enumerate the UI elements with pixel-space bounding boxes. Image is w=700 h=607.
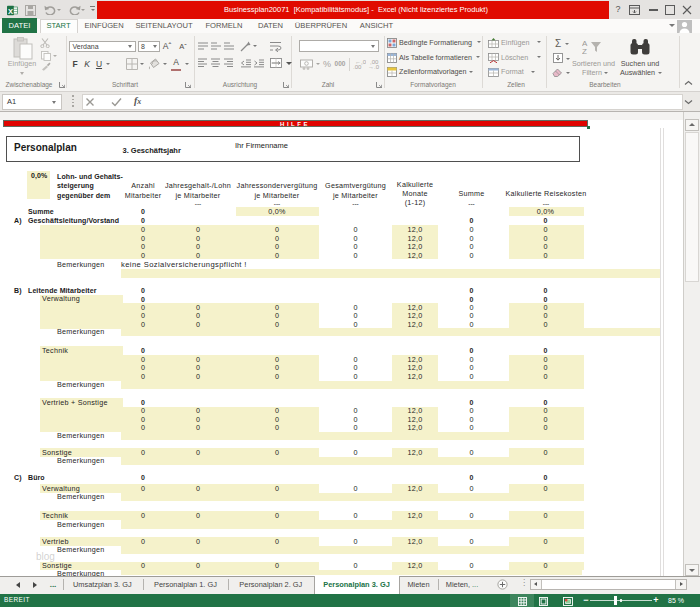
svg-text:X: X (8, 7, 13, 16)
svg-text:→,0: →,0 (368, 64, 380, 69)
svg-text:,00: ,00 (353, 64, 362, 69)
svg-text:Z: Z (582, 47, 587, 55)
